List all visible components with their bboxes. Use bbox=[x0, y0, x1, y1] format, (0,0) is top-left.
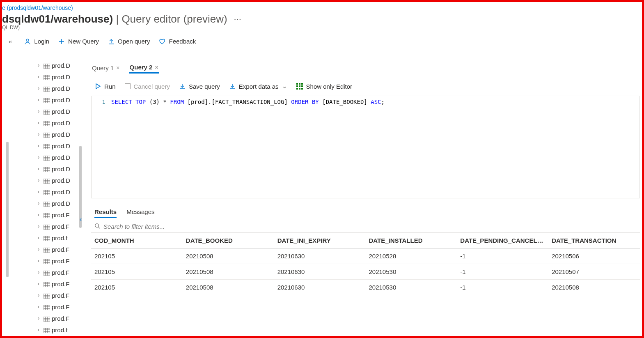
tree-item-label: prod.D bbox=[52, 62, 70, 69]
tab-results[interactable]: Results bbox=[94, 207, 117, 218]
tree-item[interactable]: › prod.D bbox=[13, 83, 78, 94]
sql-editor[interactable]: 1 SELECT TOP (3) * FROM [prod].[FACT_TRA… bbox=[91, 96, 640, 198]
tab-messages[interactable]: Messages bbox=[126, 207, 154, 218]
tree-item[interactable]: › prod.D bbox=[13, 129, 78, 140]
tree-item[interactable]: › prod.F bbox=[13, 290, 78, 301]
query-tab[interactable]: Query 1× bbox=[91, 63, 121, 73]
results-table: COD_MONTHDATE_BOOKEDDATE_INI_EXPIRYDATE_… bbox=[91, 233, 640, 295]
table-cell: 202105 bbox=[91, 280, 183, 295]
svg-rect-111 bbox=[44, 317, 50, 322]
column-header[interactable]: DATE_INI_EXPIRY bbox=[274, 233, 366, 248]
tree-item[interactable]: › prod.F bbox=[13, 255, 78, 267]
svg-rect-26 bbox=[44, 121, 50, 126]
column-header[interactable]: DATE_INSTALLED bbox=[365, 233, 457, 248]
table-icon bbox=[44, 247, 50, 252]
table-icon bbox=[44, 281, 50, 286]
tree-item[interactable]: › prod.D bbox=[13, 60, 78, 71]
tree-item[interactable]: › prod.F bbox=[13, 244, 78, 255]
table-row[interactable]: 202105202105082021063020210528-120210506 bbox=[91, 248, 640, 264]
page-title-prefix: dsqldw01/warehouse) bbox=[2, 13, 113, 25]
tree-item[interactable]: › prod.D bbox=[13, 198, 78, 209]
column-header[interactable]: DATE_PENDING_CANCELATIO... bbox=[457, 233, 548, 248]
table-cell: 20210630 bbox=[274, 248, 366, 264]
page-subtitle: QL DW) bbox=[2, 25, 642, 30]
table-row[interactable]: 202105202105082021063020210530-120210507 bbox=[91, 264, 640, 280]
table-icon bbox=[44, 178, 50, 183]
tree-item[interactable]: › prod.D bbox=[13, 94, 78, 106]
tree-item[interactable]: › prod.F bbox=[13, 209, 78, 221]
svg-rect-96 bbox=[44, 282, 50, 287]
outer-scrollbar[interactable] bbox=[4, 60, 12, 334]
sql-code[interactable]: SELECT TOP (3) * FROM [prod].[FACT_TRANS… bbox=[111, 96, 385, 198]
tree-item-label: prod.D bbox=[52, 85, 70, 92]
table-icon bbox=[44, 155, 50, 160]
tree-item[interactable]: › prod.D bbox=[13, 140, 78, 152]
table-cell: 20210508 bbox=[183, 264, 274, 280]
new-query-button[interactable]: New Query bbox=[58, 38, 99, 45]
more-options-button[interactable]: ··· bbox=[231, 14, 245, 25]
column-header[interactable]: DATE_BOOKED bbox=[183, 233, 274, 248]
run-button[interactable]: Run bbox=[94, 83, 116, 90]
page-title: dsqldw01/warehouse) | Query editor (prev… bbox=[2, 13, 227, 25]
export-label: Export data as bbox=[239, 83, 279, 90]
tree-item-label: prod.D bbox=[52, 120, 70, 126]
query-tabs: Query 1×Query 2× bbox=[91, 62, 640, 76]
results-search-input[interactable] bbox=[103, 223, 268, 230]
open-query-button[interactable]: Open query bbox=[108, 38, 150, 45]
top-toolbar: « Login New Query Open query Feedback bbox=[2, 32, 642, 49]
tree-scrollbar[interactable] bbox=[78, 60, 84, 334]
tree-item[interactable]: › prod.D bbox=[13, 71, 78, 83]
chevron-right-icon: › bbox=[38, 246, 42, 252]
query-tab-label: Query 2 bbox=[130, 64, 153, 71]
tree-item[interactable]: › prod.F bbox=[13, 313, 78, 324]
show-only-editor-button[interactable]: Show only Editor bbox=[296, 83, 353, 90]
results-search[interactable] bbox=[91, 218, 640, 233]
chevron-right-icon: › bbox=[38, 97, 42, 103]
tree-item[interactable]: › prod.F bbox=[13, 221, 78, 232]
feedback-button[interactable]: Feedback bbox=[159, 38, 196, 45]
svg-rect-11 bbox=[44, 87, 50, 92]
query-tab[interactable]: Query 2× bbox=[129, 62, 159, 74]
export-data-button[interactable]: Export data as ⌄ bbox=[229, 83, 287, 90]
tree-item-label: prod.f bbox=[52, 327, 67, 333]
table-icon bbox=[44, 97, 50, 102]
collapse-sidebar-button[interactable]: « bbox=[2, 38, 15, 45]
chevron-right-icon: › bbox=[38, 166, 42, 172]
tree-item-label: prod.F bbox=[52, 246, 69, 253]
svg-rect-81 bbox=[44, 248, 50, 253]
tree-item[interactable]: › prod.f bbox=[13, 324, 78, 334]
tree-item[interactable]: › prod.D bbox=[13, 152, 78, 163]
table-cell: 20210508 bbox=[183, 248, 274, 264]
svg-point-121 bbox=[95, 224, 99, 228]
close-icon[interactable]: × bbox=[116, 64, 119, 71]
tree-item[interactable]: › prod.f bbox=[13, 232, 78, 244]
tree-item[interactable]: › prod.F bbox=[13, 301, 78, 313]
tree-item[interactable]: › prod.F bbox=[13, 267, 78, 278]
table-cell: -1 bbox=[457, 280, 548, 295]
column-header[interactable]: DATE_TRANSACTION bbox=[548, 233, 640, 248]
tree-item-label: prod.D bbox=[52, 74, 70, 80]
plus-icon bbox=[58, 38, 65, 45]
play-icon bbox=[94, 83, 101, 90]
svg-rect-66 bbox=[44, 213, 50, 218]
tree-item[interactable]: › prod.D bbox=[13, 175, 78, 186]
chevron-right-icon: › bbox=[38, 269, 42, 275]
table-icon bbox=[44, 86, 50, 91]
tree-item[interactable]: › prod.D bbox=[13, 106, 78, 117]
close-icon[interactable]: × bbox=[155, 64, 158, 71]
table-cell: 20210508 bbox=[548, 280, 640, 295]
tree-item[interactable]: › prod.F bbox=[13, 278, 78, 290]
tree-item[interactable]: › prod.D bbox=[13, 186, 78, 198]
chevron-right-icon: › bbox=[38, 177, 42, 183]
login-button[interactable]: Login bbox=[24, 38, 49, 45]
breadcrumb-link[interactable]: e (prodsqldw01/warehouse) bbox=[2, 2, 642, 11]
collapse-results-handle[interactable]: ‹ bbox=[80, 216, 82, 223]
column-header[interactable]: COD_MONTH bbox=[91, 233, 183, 248]
chevron-right-icon: › bbox=[38, 223, 42, 229]
table-cell: -1 bbox=[457, 248, 548, 264]
tree-item[interactable]: › prod.D bbox=[13, 163, 78, 175]
save-query-button[interactable]: Save query bbox=[179, 83, 220, 90]
chevron-right-icon: › bbox=[38, 143, 42, 149]
tree-item[interactable]: › prod.D bbox=[13, 117, 78, 129]
table-row[interactable]: 202105202105082021063020210530-120210508 bbox=[91, 280, 640, 295]
